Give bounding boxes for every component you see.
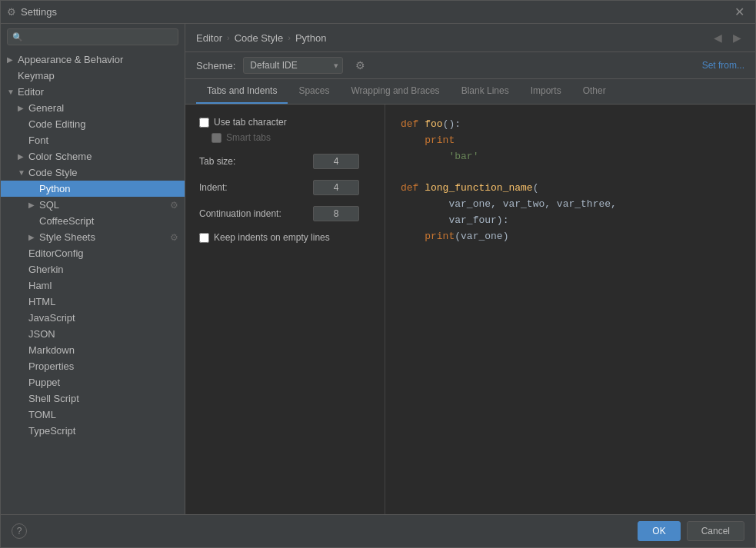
scheme-label: Scheme: bbox=[196, 60, 235, 71]
keep-indents-label[interactable]: Keep indents on empty lines bbox=[214, 232, 330, 243]
sidebar-item-toml[interactable]: TOML bbox=[1, 407, 185, 423]
breadcrumb-sep-2: › bbox=[288, 33, 291, 42]
sidebar-item-json[interactable]: JSON bbox=[1, 326, 185, 342]
sidebar-item-python[interactable]: Python bbox=[1, 181, 185, 197]
tab-spaces[interactable]: Spaces bbox=[288, 79, 340, 104]
smart-tabs-checkbox bbox=[211, 133, 221, 143]
sidebar-item-typescript[interactable]: TypeScript bbox=[1, 423, 185, 439]
sidebar-item-label: Code Style bbox=[28, 167, 78, 178]
set-from-link[interactable]: Set from... bbox=[702, 60, 744, 71]
use-tab-checkbox-item: Use tab character bbox=[199, 117, 287, 128]
sidebar-item-font[interactable]: Font bbox=[1, 132, 185, 148]
sidebar-item-color-scheme[interactable]: ▶ Color Scheme bbox=[1, 148, 185, 164]
close-button[interactable]: ✕ bbox=[730, 3, 749, 21]
search-input[interactable] bbox=[26, 32, 173, 42]
tab-size-setting: Tab size: bbox=[199, 154, 371, 169]
sidebar-item-haml[interactable]: Haml bbox=[1, 277, 185, 294]
scheme-select-wrapper: Default IDE Project bbox=[243, 57, 343, 74]
sidebar-item-puppet[interactable]: Puppet bbox=[1, 374, 185, 390]
continuation-indent-input[interactable] bbox=[313, 206, 359, 221]
gear-icon: ⚙ bbox=[170, 200, 178, 211]
title-bar: ⚙ Settings ✕ bbox=[1, 1, 755, 24]
sidebar-item-label: Editor bbox=[18, 86, 44, 98]
sidebar-item-label: Appearance & Behavior bbox=[18, 54, 123, 65]
sidebar-item-code-style[interactable]: ▼ Code Style bbox=[1, 164, 185, 181]
code-line-8: print(var_one) bbox=[401, 229, 740, 245]
use-tab-checkbox[interactable] bbox=[199, 118, 209, 128]
sidebar-item-code-editing[interactable]: Code Editing bbox=[1, 116, 185, 132]
cancel-button[interactable]: Cancel bbox=[687, 521, 744, 541]
breadcrumb: Editor › Code Style › Python bbox=[196, 32, 326, 44]
sidebar-item-label: HTML bbox=[28, 296, 55, 307]
scheme-bar: Scheme: Default IDE Project ⚙ Set from..… bbox=[185, 52, 755, 79]
code-line-2: print bbox=[401, 133, 740, 149]
code-line-7: var_four): bbox=[401, 213, 740, 229]
scheme-bar-left: Scheme: Default IDE Project ⚙ bbox=[196, 57, 370, 74]
sidebar-item-sql[interactable]: ▶ SQL ⚙ bbox=[1, 197, 185, 213]
sidebar-item-label: Markdown bbox=[28, 344, 75, 356]
sidebar-item-gherkin[interactable]: Gherkin bbox=[1, 261, 185, 277]
sidebar-item-label: General bbox=[28, 102, 64, 114]
use-tab-setting: Use tab character Smart tabs bbox=[199, 117, 371, 143]
sidebar-item-label: JSON bbox=[28, 328, 55, 340]
sidebar-item-shell-script[interactable]: Shell Script bbox=[1, 390, 185, 407]
indent-input[interactable] bbox=[313, 180, 359, 195]
sidebar-item-general[interactable]: ▶ General bbox=[1, 100, 185, 116]
sidebar-item-properties[interactable]: Properties bbox=[1, 358, 185, 374]
sidebar-item-label: Color Scheme bbox=[28, 151, 92, 162]
sidebar-item-editorconfig[interactable]: EditorConfig bbox=[1, 245, 185, 261]
sidebar-item-coffeescript[interactable]: CoffeeScript bbox=[1, 213, 185, 229]
sidebar-item-label: Puppet bbox=[28, 377, 60, 388]
sidebar-item-javascript[interactable]: JavaScript bbox=[1, 310, 185, 326]
sidebar-item-label: TypeScript bbox=[28, 425, 75, 437]
continuation-indent-setting: Continuation indent: bbox=[199, 206, 371, 221]
sidebar-item-label: Gherkin bbox=[28, 264, 64, 275]
code-line-3: 'bar' bbox=[401, 149, 740, 165]
sidebar-item-label: SQL bbox=[39, 199, 59, 211]
ok-button[interactable]: OK bbox=[638, 521, 680, 541]
sidebar-item-label: Font bbox=[28, 135, 48, 146]
keep-indents-checkbox[interactable] bbox=[199, 233, 209, 243]
continuation-indent-label: Continuation indent: bbox=[199, 208, 307, 219]
help-button[interactable]: ? bbox=[12, 523, 27, 539]
tab-tabs-indents[interactable]: Tabs and Indents bbox=[196, 79, 288, 104]
indent-setting: Indent: bbox=[199, 180, 371, 195]
tab-wrapping-braces[interactable]: Wrapping and Braces bbox=[340, 79, 450, 104]
nav-arrows: ◀ ▶ bbox=[711, 30, 744, 45]
search-box[interactable]: 🔍 bbox=[7, 28, 178, 45]
breadcrumb-editor: Editor bbox=[196, 32, 222, 44]
sidebar-item-editor[interactable]: ▼ Editor bbox=[1, 84, 185, 100]
tab-other[interactable]: Other bbox=[572, 79, 617, 104]
sidebar-item-html[interactable]: HTML bbox=[1, 294, 185, 310]
sidebar-item-appearance[interactable]: ▶ Appearance & Behavior bbox=[1, 51, 185, 68]
nav-back-button[interactable]: ◀ bbox=[711, 30, 725, 45]
sidebar-item-label: Style Sheets bbox=[39, 231, 95, 243]
breadcrumb-sep-1: › bbox=[227, 33, 230, 42]
bottom-buttons: OK Cancel bbox=[638, 521, 744, 541]
arrow-icon: ▶ bbox=[28, 201, 39, 209]
keep-indents-setting: Keep indents on empty lines bbox=[199, 232, 371, 243]
code-line-6: var_one, var_two, var_three, bbox=[401, 197, 740, 213]
sidebar-item-label: EditorConfig bbox=[28, 247, 84, 259]
smart-tabs-label: Smart tabs bbox=[226, 132, 271, 143]
settings-icon: ⚙ bbox=[7, 6, 16, 18]
sidebar-item-keymap[interactable]: Keymap bbox=[1, 68, 185, 84]
scheme-select[interactable]: Default IDE Project bbox=[243, 57, 343, 74]
sidebar-item-label: Properties bbox=[28, 360, 74, 372]
tab-imports[interactable]: Imports bbox=[520, 79, 572, 104]
nav-forward-button[interactable]: ▶ bbox=[730, 30, 744, 45]
bottom-bar: ? OK Cancel bbox=[1, 514, 755, 547]
scheme-gear-button[interactable]: ⚙ bbox=[351, 58, 370, 73]
sidebar-item-label: CoffeeScript bbox=[39, 215, 94, 227]
sidebar-item-style-sheets[interactable]: ▶ Style Sheets ⚙ bbox=[1, 229, 185, 245]
sidebar-tree: ▶ Appearance & Behavior Keymap ▼ Editor … bbox=[1, 50, 185, 514]
gear-icon: ⚙ bbox=[170, 232, 178, 243]
code-preview: def foo(): print 'bar' def long_function… bbox=[385, 105, 755, 514]
tab-blank-lines[interactable]: Blank Lines bbox=[451, 79, 520, 104]
sidebar-item-markdown[interactable]: Markdown bbox=[1, 342, 185, 358]
code-line-1: def foo(): bbox=[401, 117, 740, 133]
title-bar-left: ⚙ Settings bbox=[7, 6, 57, 18]
tab-size-input[interactable] bbox=[313, 154, 359, 169]
sidebar-item-label: TOML bbox=[28, 409, 56, 420]
use-tab-label[interactable]: Use tab character bbox=[214, 117, 287, 128]
